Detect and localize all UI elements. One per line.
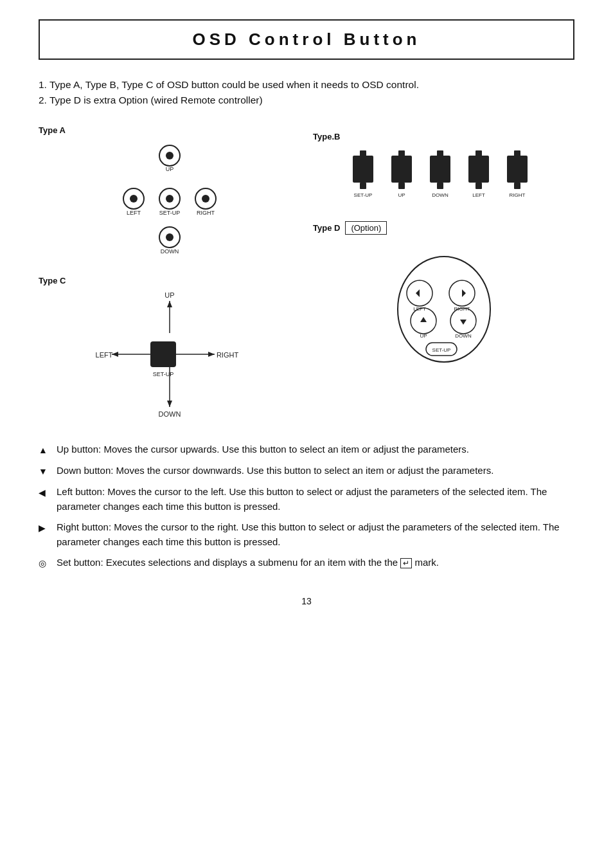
type-a-label: Type A bbox=[39, 125, 300, 135]
svg-marker-25 bbox=[208, 352, 215, 357]
bullet-down: ▼ Down button: Moves the cursor downward… bbox=[39, 464, 574, 478]
set-circle-icon: ◎ bbox=[39, 557, 54, 570]
bullet-left: ◀ Left button: Moves the cursor to the l… bbox=[39, 485, 574, 514]
diagram-left-col: Type A UP LEFT SET-UP RIGHT bbox=[39, 125, 300, 423]
svg-rect-45 bbox=[507, 156, 528, 183]
svg-marker-60 bbox=[460, 320, 466, 325]
down-arrow-icon: ▼ bbox=[39, 465, 54, 478]
bullet-set-text: Set button: Executes selections and disp… bbox=[57, 556, 574, 570]
svg-rect-33 bbox=[391, 156, 412, 183]
diagram-right-col: Type.B SET-UP UP DOWN bbox=[313, 125, 574, 367]
svg-rect-47 bbox=[514, 183, 520, 189]
svg-marker-20 bbox=[112, 352, 118, 357]
svg-text:UP: UP bbox=[165, 166, 173, 172]
svg-marker-17 bbox=[167, 301, 172, 307]
svg-marker-51 bbox=[416, 289, 420, 297]
svg-point-4 bbox=[130, 195, 138, 203]
intro-list: 1. Type A, Type B, Type C of OSD button … bbox=[39, 79, 574, 106]
svg-rect-42 bbox=[475, 150, 482, 157]
svg-marker-57 bbox=[420, 317, 427, 322]
svg-rect-39 bbox=[437, 183, 443, 189]
right-arrow-icon: ▶ bbox=[39, 521, 54, 535]
svg-rect-43 bbox=[475, 183, 482, 189]
page-number: 13 bbox=[39, 596, 574, 606]
bullet-up: ▲ Up button: Moves the cursor upwards. U… bbox=[39, 442, 574, 457]
title-box: OSD Control Button bbox=[39, 19, 574, 60]
svg-rect-30 bbox=[360, 150, 366, 157]
svg-point-7 bbox=[166, 195, 173, 203]
svg-point-10 bbox=[202, 195, 209, 203]
svg-text:LEFT: LEFT bbox=[472, 192, 485, 198]
type-b-section: Type.B SET-UP UP DOWN bbox=[313, 125, 574, 202]
svg-text:SET-UP: SET-UP bbox=[152, 371, 173, 377]
svg-text:UP: UP bbox=[420, 333, 427, 339]
svg-text:LEFT: LEFT bbox=[95, 351, 112, 359]
set-mark: ↵ bbox=[400, 558, 412, 568]
type-c-label: Type C bbox=[39, 276, 300, 285]
svg-text:SET-UP: SET-UP bbox=[432, 347, 450, 353]
diagrams-section: Type A UP LEFT SET-UP RIGHT bbox=[39, 125, 574, 423]
type-b-diagram: SET-UP UP DOWN LEFT bbox=[348, 144, 540, 202]
type-d-diagram: LEFT RIGHT UP DOWN SET-UP bbox=[380, 239, 508, 367]
svg-point-13 bbox=[166, 233, 173, 241]
bullet-right-text: Right button: Moves the cursor to the ri… bbox=[57, 520, 574, 549]
svg-rect-31 bbox=[360, 183, 366, 189]
bullet-set: ◎ Set button: Executes selections and di… bbox=[39, 556, 574, 570]
svg-text:DOWN: DOWN bbox=[432, 192, 449, 198]
svg-text:UP: UP bbox=[164, 291, 174, 299]
svg-rect-38 bbox=[437, 150, 443, 157]
svg-point-1 bbox=[166, 152, 173, 159]
type-d-header: Type D (Option) bbox=[313, 221, 387, 235]
up-arrow-icon: ▲ bbox=[39, 444, 54, 457]
svg-point-49 bbox=[398, 257, 490, 362]
type-d-section: Type D (Option) LEFT RIGHT UP bbox=[313, 221, 574, 367]
type-a-section: Type A UP LEFT SET-UP RIGHT bbox=[39, 125, 300, 263]
svg-rect-41 bbox=[468, 156, 489, 183]
svg-text:DOWN: DOWN bbox=[160, 248, 179, 255]
svg-text:SET-UP: SET-UP bbox=[353, 192, 372, 198]
svg-text:UP: UP bbox=[398, 192, 405, 198]
option-label: (Option) bbox=[345, 221, 387, 235]
bullet-list: ▲ Up button: Moves the cursor upwards. U… bbox=[39, 442, 574, 570]
svg-rect-29 bbox=[353, 156, 373, 183]
left-arrow-icon: ◀ bbox=[39, 486, 54, 500]
svg-text:SET-UP: SET-UP bbox=[159, 210, 180, 216]
svg-text:DOWN: DOWN bbox=[455, 333, 472, 339]
svg-text:DOWN: DOWN bbox=[158, 410, 181, 418]
svg-text:RIGHT: RIGHT bbox=[197, 210, 215, 216]
bullet-right: ▶ Right button: Moves the cursor to the … bbox=[39, 520, 574, 549]
intro-item-2: 2. Type D is extra Option (wired Remote … bbox=[39, 95, 574, 106]
svg-rect-34 bbox=[398, 150, 405, 157]
svg-text:LEFT: LEFT bbox=[126, 210, 141, 216]
bullet-up-text: Up button: Moves the cursor upwards. Use… bbox=[57, 442, 574, 457]
svg-rect-35 bbox=[398, 183, 405, 189]
svg-text:RIGHT: RIGHT bbox=[509, 192, 525, 198]
type-c-diagram: UP LEFT SET-UP RIGHT DOWN bbox=[93, 288, 247, 423]
svg-rect-21 bbox=[150, 341, 176, 367]
page-title: OSD Control Button bbox=[53, 30, 560, 50]
svg-marker-28 bbox=[167, 401, 172, 407]
svg-rect-46 bbox=[514, 150, 520, 157]
svg-rect-37 bbox=[430, 156, 450, 183]
intro-item-1: 1. Type A, Type B, Type C of OSD button … bbox=[39, 79, 574, 91]
svg-text:RIGHT: RIGHT bbox=[216, 351, 238, 359]
type-a-diagram: UP LEFT SET-UP RIGHT DOWN bbox=[105, 138, 234, 263]
type-b-label: Type.B bbox=[313, 132, 574, 141]
svg-marker-54 bbox=[462, 289, 466, 297]
type-d-label: Type D bbox=[313, 223, 340, 233]
bullet-left-text: Left button: Moves the cursor to the lef… bbox=[57, 485, 574, 514]
type-c-section: Type C UP LEFT SET-UP RIGHT DOWN bbox=[39, 276, 300, 423]
bullet-down-text: Down button: Moves the cursor downwards.… bbox=[57, 464, 574, 478]
